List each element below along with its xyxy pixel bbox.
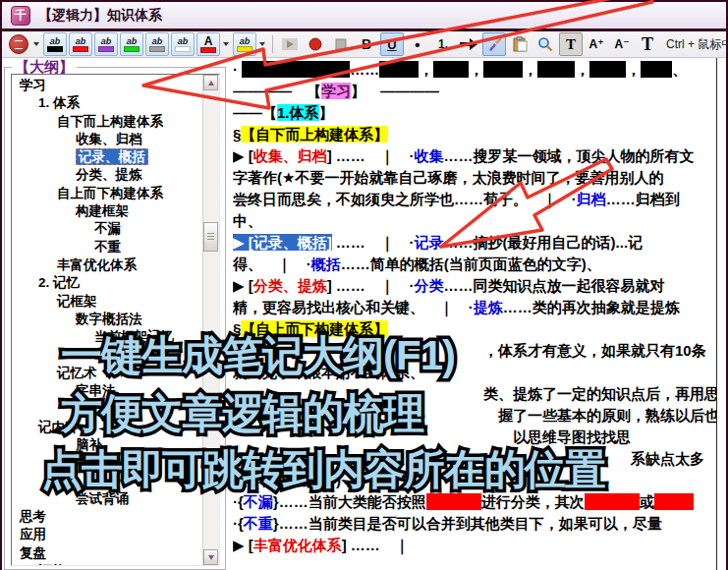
- format-painter-button[interactable]: [482, 32, 506, 56]
- content-line: ，体系才有意义，如果就只有10条: [233, 340, 716, 362]
- highlight-yellow-button[interactable]: ab: [233, 32, 256, 56]
- outline-item[interactable]: 分类、提炼: [12, 166, 203, 184]
- font-color-icon: A: [200, 36, 216, 53]
- bold-button[interactable]: B: [355, 32, 378, 56]
- outline-item[interactable]: 脑补: [12, 436, 203, 454]
- content-line: ▶ [分类、提炼] …… ｜ ·分类……同类知识点放一起很容易就对: [233, 275, 716, 297]
- highlight-icon: ab: [47, 37, 63, 52]
- outline-item[interactable]: 自下而上构建体系: [12, 113, 203, 131]
- content-line: ▶ [收集、归档] …… ｜ ·收集……搜罗某一领域，顶尖人物的所有文: [233, 145, 716, 167]
- outline-item[interactable]: 评估: [12, 562, 203, 565]
- text-segment: }……当前类目是否可以合并到其他类目下，如果可以，尽量: [273, 515, 662, 532]
- bullet-list-button[interactable]: •: [406, 32, 429, 56]
- text-segment: 丰富优化体系: [253, 537, 342, 553]
- numbered-list-button[interactable]: 1.: [431, 32, 455, 56]
- content-line: 系缺点太多: [233, 448, 716, 470]
- toolbar-separator: [272, 35, 273, 53]
- outline-item[interactable]: 当前框架记忆: [12, 328, 203, 346]
- content-line: 尝终日而思矣，不如须臾之所学也……荀子。 ｜ ·归档……归档到: [233, 189, 716, 210]
- font-decrease-button[interactable]: A⁻: [610, 32, 634, 56]
- search-icon: [537, 36, 553, 52]
- outline-item[interactable]: 数字概括法: [12, 311, 203, 328]
- highlight-green-button[interactable]: ab: [120, 32, 143, 56]
- highlight-white-button[interactable]: ab: [171, 32, 195, 56]
- text-segment: ▶ [: [233, 537, 253, 553]
- outline-item[interactable]: 2. 记忆: [12, 274, 203, 292]
- underline-button[interactable]: U: [380, 32, 404, 56]
- highlight-black-button[interactable]: ab: [43, 32, 67, 56]
- outline-item[interactable]: 记框架: [12, 293, 203, 311]
- text-segment: 】 ————: [351, 83, 439, 99]
- insert-arrow-button[interactable]: [457, 32, 480, 56]
- outline-item[interactable]: 构建框架: [12, 202, 203, 220]
- text-segment: 归档: [577, 191, 606, 207]
- outline-item[interactable]: 出: [12, 346, 203, 364]
- paste-button[interactable]: [508, 32, 532, 56]
- outline-item[interactable]: 间: [12, 454, 203, 472]
- find-button[interactable]: [533, 32, 557, 56]
- text-style-button-glyph: T: [566, 36, 576, 53]
- stop-button[interactable]: [329, 32, 353, 56]
- text-segment: 【自下而上构建体系】: [241, 126, 388, 142]
- text-segment: 以思维导图找找思: [233, 428, 631, 445]
- outline-item[interactable]: 记录、概括: [12, 148, 203, 166]
- text-segment: ▶ [: [233, 147, 253, 164]
- outline-scrollbar[interactable]: [202, 75, 219, 565]
- highlight-icon: ab: [98, 37, 114, 52]
- outline-item[interactable]: 记内容: [12, 419, 203, 436]
- toolbar: ababababababAabBU•1.TA⁺A⁻TCtrl + 鼠标中键滚动：…: [2, 31, 728, 58]
- text-segment: ——【: [233, 104, 277, 121]
- font-color-button-dropdown[interactable]: [223, 42, 229, 46]
- scroll-thumb[interactable]: [203, 222, 218, 252]
- window-title: 【逻辑力】知识体系: [38, 7, 162, 25]
- text-segment: 概括: [311, 256, 341, 272]
- text-segment: ……: [350, 61, 379, 78]
- text-segment: 中、: [233, 212, 262, 229]
- notes-menu-button-dropdown[interactable]: [33, 42, 39, 46]
- content-line: · ……，，，，，、: [233, 59, 716, 81]
- highlight-icon: ab: [175, 37, 191, 52]
- highlight-red-button[interactable]: ab: [69, 32, 92, 56]
- outline-item[interactable]: 字串法: [12, 382, 203, 400]
- text-segment: ……简单的概括(当前页面蓝色的文字)、: [341, 256, 601, 272]
- font-size-button[interactable]: T: [636, 32, 659, 56]
- outline-item[interactable]: 不重: [12, 239, 203, 256]
- highlight-gray-button[interactable]: ab: [145, 32, 169, 56]
- outline-item[interactable]: 1. 体系: [12, 94, 203, 112]
- title-bar[interactable]: 千 【逻辑力】知识体系: [2, 2, 726, 28]
- record-button[interactable]: [304, 32, 327, 56]
- font-increase-button[interactable]: A⁺: [585, 32, 608, 56]
- outline-listbox[interactable]: 学习1. 体系自下而上构建体系收集、归档记录、概括分类、提炼自上而下构建体系构建…: [11, 74, 220, 566]
- text-segment: 尝终日而思矣，不如须臾之所学也……荀子。 ｜ ·: [233, 191, 577, 207]
- outline-item[interactable]: 收集、归档: [12, 131, 203, 148]
- outline-item[interactable]: 尝试背诵: [12, 490, 203, 508]
- scroll-down-button[interactable]: [203, 549, 218, 565]
- outline-item-selected[interactable]: 记录、概括: [76, 148, 148, 165]
- outline-item[interactable]: 记忆术: [12, 365, 203, 382]
- text-segment: 或: [640, 493, 654, 510]
- play-button[interactable]: [278, 32, 302, 56]
- notes-menu-button[interactable]: [7, 32, 30, 56]
- outline-item[interactable]: [12, 400, 203, 418]
- highlight-icon: ab: [73, 37, 88, 52]
- note-content[interactable]: · ……，，，，，、———— 【学习】 ——————【1.体系】§【自下而上构建…: [229, 57, 717, 570]
- outline-item[interactable]: 应用: [12, 526, 203, 543]
- scroll-up-button[interactable]: [203, 75, 218, 90]
- outline-item[interactable]: 复盘: [12, 544, 203, 562]
- text-segment: ·{: [233, 515, 244, 532]
- outline-item[interactable]: [12, 473, 203, 490]
- text-style-button[interactable]: T: [559, 32, 583, 56]
- highlight-purple-button[interactable]: ab: [94, 32, 118, 56]
- outline-item[interactable]: 思考: [12, 508, 203, 526]
- outline-item[interactable]: 学习: [12, 77, 203, 94]
- outline-item[interactable]: 不漏: [12, 220, 203, 238]
- content-line: ——【1.体系】: [233, 102, 716, 124]
- outline-item[interactable]: 自上而下构建体系: [12, 185, 203, 202]
- font-color-button[interactable]: A: [196, 32, 220, 56]
- outline-item[interactable]: 丰富优化体系: [12, 256, 203, 274]
- content-line: ·{不重}……当前类目是否可以合并到其他类目下，如果可以，尽量: [233, 513, 716, 535]
- text-segment: ] …… ｜ ·: [327, 277, 415, 294]
- text-segment: 字著作(★不要一开始就靠自己琢磨，太浪费时间了，要善用别人的: [233, 169, 663, 186]
- text-segment: 索，内容上限等)，: [233, 472, 356, 488]
- highlight-yellow-button-dropdown[interactable]: [259, 42, 265, 46]
